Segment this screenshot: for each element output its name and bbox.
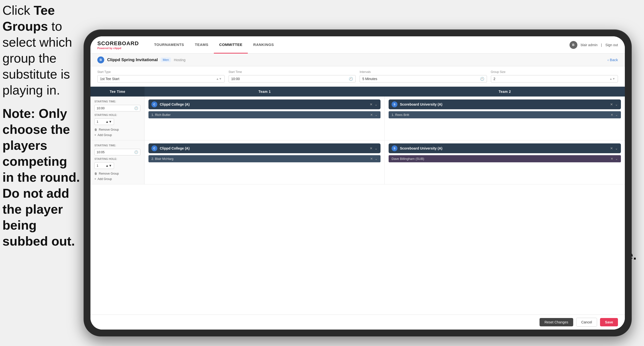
group1-team1-player1[interactable]: 1. Rich Butler ✕ ⌄ [148, 111, 380, 118]
group2-team2-card[interactable]: S Scoreboard University (A) ✕ ⌄ [388, 143, 621, 153]
nav-rankings[interactable]: RANKINGS [248, 36, 279, 53]
start-time-input[interactable]: 10:00 🕙 [228, 75, 356, 82]
group2-hole-input[interactable]: 1 ▲▼ [94, 162, 114, 169]
sub-header-gender: Men [161, 57, 171, 62]
start-type-label: Start Type [97, 70, 225, 74]
group-size-group: Group Size 2 ▲▼ [491, 70, 618, 82]
logo-area: SCOREBOARD Powered by clippd [97, 40, 139, 50]
close-icon[interactable]: ✕ [370, 102, 373, 106]
intervals-label: Intervals [360, 70, 487, 74]
close-icon2[interactable]: ✕ [370, 113, 373, 117]
group2-team1: C Clippd College (A) ✕ ⌄ 2. Blair McHarg [144, 140, 385, 184]
groups-area: STARTING TIME: 10:00 🕙 STARTING HOLE: 1 … [90, 96, 625, 315]
close-icon8[interactable]: ✕ [610, 157, 613, 161]
start-time-label: Start Time [228, 70, 356, 74]
hosting-badge: Hosting [174, 58, 185, 62]
trash-icon2: 🗑 [94, 172, 97, 175]
close-icon3[interactable]: ✕ [610, 102, 613, 106]
group2-team2-name: Scoreboard University (A) [400, 146, 442, 150]
start-type-group: Start Type 1st Tee Start ▲▼ [97, 70, 225, 82]
group1-team2-actions: ✕ ⌄ [610, 102, 618, 106]
save-button[interactable]: Save [600, 318, 618, 326]
group2-team1-player1[interactable]: 2. Blair McHarg ✕ ⌄ [148, 155, 380, 162]
clock-icon4: 🕙 [134, 150, 138, 154]
nav-user-name: blair admin [581, 43, 598, 47]
expand-icon4[interactable]: ⌄ [615, 146, 618, 150]
group1-time-input[interactable]: 10:00 🕙 [94, 105, 140, 111]
group1-team1-badge: C [152, 101, 157, 107]
group1-time-label: STARTING TIME: [94, 100, 140, 103]
group1-remove-button[interactable]: 🗑 Remove Group [94, 128, 140, 131]
intervals-input[interactable]: 5 Minutes 🕙 [360, 75, 487, 82]
player2-actions: ✕ ⌄ [610, 113, 618, 117]
group1-hole-input[interactable]: 1 ▲▼ [94, 118, 114, 125]
arrows-icon[interactable]: ⌄ [375, 113, 378, 117]
nav-right: B blair admin | Sign out [570, 41, 618, 49]
plus-icon2: + [94, 177, 96, 181]
arrows-icon4[interactable]: ⌄ [615, 157, 618, 161]
start-time-group: Start Time 10:00 🕙 [228, 70, 356, 82]
table-row: STARTING TIME: 10:00 🕙 STARTING HOLE: 1 … [90, 96, 625, 140]
group1-team2-card[interactable]: S Scoreboard University (A) ✕ ⌄ [388, 99, 621, 109]
clock-icon3: 🕙 [134, 106, 138, 110]
nav-tournaments[interactable]: TOURNAMENTS [149, 36, 190, 53]
tablet-screen: SCOREBOARD Powered by clippd TOURNAMENTS… [90, 36, 625, 330]
group1-team2-name: Scoreboard University (A) [400, 102, 442, 106]
nav-teams[interactable]: TEAMS [190, 36, 214, 53]
group2-team2-player1[interactable]: Dave Billingham (SUB) ✕ ⌄ [388, 155, 621, 162]
settings-row: Start Type 1st Tee Start ▲▼ Start Time 1… [90, 66, 625, 87]
arrows-icon3[interactable]: ⌄ [375, 157, 378, 161]
close-icon5[interactable]: ✕ [370, 146, 373, 150]
nav-avatar: B [570, 41, 578, 49]
group1-team2-player1[interactable]: 1. Rees Britt ✕ ⌄ [388, 111, 621, 118]
table-header: Tee Time Team 1 Team 2 [90, 87, 625, 96]
group2-team1-card[interactable]: C Clippd College (A) ✕ ⌄ [148, 143, 380, 153]
group2-remove-button[interactable]: 🗑 Remove Group [94, 172, 140, 175]
group2-add-button[interactable]: + Add Group [94, 177, 140, 181]
start-type-arrows: ▲▼ [216, 77, 222, 80]
cancel-button[interactable]: Cancel [576, 318, 597, 327]
main-content: Start Type 1st Tee Start ▲▼ Start Time 1… [90, 66, 625, 330]
player3-actions: ✕ ⌄ [370, 157, 378, 161]
close-icon6[interactable]: ✕ [370, 157, 373, 161]
th-team1: Team 1 [144, 87, 385, 96]
group1-team1-actions: ✕ ⌄ [370, 102, 378, 106]
group1-team1-left: C Clippd College (A) [152, 101, 190, 107]
close-icon4[interactable]: ✕ [610, 113, 613, 117]
group2-team1-actions: ✕ ⌄ [370, 146, 378, 150]
group-size-label: Group Size [491, 70, 618, 74]
close-icon7[interactable]: ✕ [610, 146, 613, 150]
back-button[interactable]: ‹ Back [608, 58, 618, 62]
group2-left: STARTING TIME: 10:05 🕙 STARTING HOLE: 1 … [90, 140, 144, 184]
group1-hole-arrows: ▲▼ [106, 120, 112, 123]
group2-time-input[interactable]: 10:05 🕙 [94, 149, 140, 155]
group2-team2-badge: S [392, 145, 398, 151]
expand-icon3[interactable]: ⌄ [374, 146, 378, 150]
arrows-icon2[interactable]: ⌄ [615, 113, 618, 117]
expand-icon[interactable]: ⌄ [374, 102, 378, 106]
group1-team1-name: Clippd College (A) [160, 102, 190, 106]
table-row: STARTING TIME: 10:05 🕙 STARTING HOLE: 1 … [90, 140, 625, 184]
player4-actions: ✕ ⌄ [610, 157, 618, 161]
sub-header: B Clippd Spring Invitational Men Hosting… [90, 53, 625, 66]
group1-add-button[interactable]: + Add Group [94, 133, 140, 137]
group1-team1-card[interactable]: C Clippd College (A) ✕ ⌄ [148, 99, 380, 109]
reset-changes-button[interactable]: Reset Changes [540, 318, 573, 326]
tablet-frame: SCOREBOARD Powered by clippd TOURNAMENTS… [84, 29, 632, 337]
nav-committee[interactable]: COMMITTEE [214, 36, 248, 53]
logo-scoreboard: SCOREBOARD [97, 40, 139, 47]
group-size-input[interactable]: 2 ▲▼ [491, 75, 618, 82]
expand-icon2[interactable]: ⌄ [615, 102, 618, 106]
group-size-arrows: ▲▼ [609, 77, 615, 80]
sub-header-left: B Clippd Spring Invitational Men Hosting [97, 56, 186, 63]
th-team2: Team 2 [385, 87, 625, 96]
logo-text: SCOREBOARD [97, 40, 139, 46]
group1-team2-left: S Scoreboard University (A) [392, 101, 442, 107]
start-type-input[interactable]: 1st Tee Start ▲▼ [97, 75, 225, 82]
note-bold: Note: Only choose the players competing … [2, 106, 80, 248]
instruction-tee-groups: Click Tee Groups to select which group t… [2, 2, 81, 98]
sub-header-title: Clippd Spring Invitational [107, 57, 158, 62]
plus-icon: + [94, 133, 96, 137]
nav-sign-out[interactable]: Sign out [606, 43, 618, 47]
group1-team2: S Scoreboard University (A) ✕ ⌄ 1. Rees … [385, 96, 625, 140]
